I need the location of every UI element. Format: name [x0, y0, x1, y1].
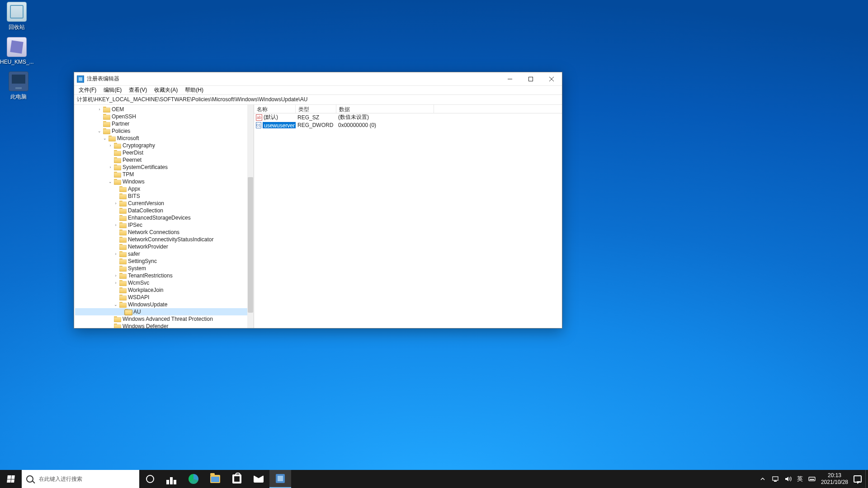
ime-mode-icon[interactable] [808, 475, 816, 483]
tree-node[interactable]: ·NetworkConnectivityStatusIndicator [75, 236, 247, 243]
tree-node[interactable]: ·System [75, 265, 247, 272]
titlebar[interactable]: 注册表编辑器 [74, 72, 562, 86]
folder-icon [119, 215, 127, 221]
chevron-right-icon[interactable]: › [113, 273, 118, 278]
start-button[interactable] [0, 470, 22, 488]
folder-icon [119, 295, 127, 300]
action-center-button[interactable] [854, 475, 862, 483]
chevron-right-icon[interactable]: › [108, 164, 113, 170]
desktop-icon-this-pc[interactable]: 此电脑 [2, 71, 35, 101]
minimize-button[interactable] [500, 72, 520, 85]
maximize-button[interactable] [520, 72, 541, 85]
tree-scrollbar[interactable] [247, 105, 254, 328]
tree-node[interactable]: ·WorkplaceJoin [75, 286, 247, 294]
tree-node[interactable]: ·OpenSSH [75, 113, 247, 120]
value-type: REG_DWORD [296, 122, 336, 128]
expander-spacer: · [108, 157, 113, 163]
value-name-edit[interactable]: usewuserver [263, 122, 296, 128]
tree-node[interactable]: ›safer [75, 250, 247, 258]
list-header[interactable]: 名称类型数据 [254, 105, 562, 113]
tree-node[interactable]: ·NetworkProvider [75, 243, 247, 250]
tree-node-label: EnhancedStorageDevices [128, 215, 191, 221]
taskbar-app-edge[interactable] [183, 470, 204, 488]
tray-clock[interactable]: 20:13 2021/10/28 [821, 472, 848, 486]
chevron-down-icon[interactable]: ⌄ [108, 179, 113, 184]
column-header[interactable]: 类型 [296, 105, 336, 113]
expander-spacer: · [113, 266, 118, 271]
show-desktop-button[interactable] [865, 470, 868, 488]
tree-node[interactable]: ⌄Policies [75, 127, 247, 135]
column-header[interactable]: 数据 [336, 105, 434, 113]
close-button[interactable] [541, 72, 562, 85]
tree-node[interactable]: ›IPSec [75, 221, 247, 229]
tree-node-label: Partner [112, 121, 129, 127]
taskbar-app-store[interactable] [226, 470, 248, 488]
tree-node[interactable]: ·DataCollection [75, 207, 247, 214]
tree-node[interactable]: ·BITS [75, 192, 247, 200]
tree-node[interactable]: ›WcmSvc [75, 279, 247, 286]
registry-tree[interactable]: ›OEM·OpenSSH·Partner⌄Policies⌄Microsoft›… [74, 105, 247, 328]
expander-spacer: · [113, 230, 118, 235]
tree-node[interactable]: ·SettingSync [75, 258, 247, 265]
chevron-right-icon[interactable]: › [113, 222, 118, 228]
value-row[interactable]: ab(默认)REG_SZ(数值未设置) [254, 113, 562, 121]
tray-overflow-button[interactable] [759, 475, 766, 483]
tree-node[interactable]: ⌄Windows [75, 178, 247, 185]
menu-item[interactable]: 编辑(E) [101, 85, 124, 95]
taskbar-search[interactable]: 在此键入进行搜索 [22, 470, 139, 488]
column-header[interactable]: 名称 [254, 105, 296, 113]
tree-node[interactable]: ›CurrentVersion [75, 200, 247, 207]
network-icon[interactable] [772, 475, 779, 483]
tree-node[interactable]: ⌄Microsoft [75, 135, 247, 142]
address-bar[interactable]: 计算机\HKEY_LOCAL_MACHINE\SOFTWARE\Policies… [74, 95, 562, 105]
tree-node[interactable]: ·PeerDist [75, 149, 247, 156]
folder-icon [119, 230, 127, 235]
tree-node[interactable]: ›SystemCertificates [75, 164, 247, 171]
task-view-button[interactable] [161, 470, 183, 488]
desktop-icon-recycle-bin[interactable]: 回收站 [0, 2, 33, 31]
menu-item[interactable]: 文件(F) [76, 85, 99, 95]
tree-scrollbar-thumb[interactable] [248, 177, 253, 313]
tree-node[interactable]: ·Network Connections [75, 229, 247, 236]
mail-icon [254, 475, 264, 483]
chevron-right-icon[interactable]: › [113, 280, 118, 286]
tree-node-label: TPM [123, 171, 134, 178]
chevron-right-icon[interactable]: › [113, 251, 118, 257]
tree-node[interactable]: ⌄WindowsUpdate [75, 301, 247, 308]
value-row[interactable]: 01usewuserverREG_DWORD0x00000000 (0) [254, 121, 562, 129]
chevron-right-icon[interactable]: › [108, 143, 113, 148]
volume-icon[interactable] [784, 475, 792, 483]
taskbar-app-mail[interactable] [248, 470, 269, 488]
chevron-right-icon[interactable]: › [113, 201, 118, 206]
tree-node[interactable]: ·EnhancedStorageDevices [75, 214, 247, 221]
taskbar-app-explorer[interactable] [204, 470, 226, 488]
cortana-button[interactable] [139, 470, 161, 488]
tree-node[interactable]: ·WSDAPI [75, 294, 247, 301]
tree-node[interactable]: ·Windows Advanced Threat Protection [75, 315, 247, 323]
tree-node[interactable]: ·TPM [75, 171, 247, 178]
chevron-down-icon[interactable]: ⌄ [97, 128, 102, 134]
tree-node[interactable]: ·Windows Defender [75, 323, 247, 328]
folder-icon [119, 258, 127, 264]
svg-rect-0 [529, 77, 533, 81]
menu-item[interactable]: 帮助(H) [182, 85, 206, 95]
menu-item[interactable]: 查看(V) [126, 85, 150, 95]
windows-logo-icon [7, 475, 15, 483]
chevron-down-icon[interactable]: ⌄ [113, 302, 118, 307]
chevron-right-icon[interactable]: › [97, 107, 102, 112]
tree-node[interactable]: ·Peernet [75, 156, 247, 164]
tree-node[interactable]: ›Cryptography [75, 142, 247, 149]
tree-node[interactable]: ·AU [75, 308, 247, 315]
ime-indicator[interactable]: 英 [797, 475, 803, 483]
list-body[interactable]: ab(默认)REG_SZ(数值未设置)01usewuserverREG_DWOR… [254, 113, 562, 328]
taskbar-app-regedit[interactable] [269, 470, 291, 488]
tree-node-label: Microsoft [117, 135, 139, 141]
tree-node[interactable]: ›TenantRestrictions [75, 272, 247, 279]
tree-node[interactable]: ›OEM [75, 106, 247, 113]
menu-item[interactable]: 收藏夹(A) [151, 85, 180, 95]
tree-node[interactable]: ·Appx [75, 185, 247, 192]
tree-node-label: SettingSync [128, 258, 157, 264]
desktop-icon-heu-kms[interactable]: HEU_KMS_... [0, 37, 33, 65]
chevron-down-icon[interactable]: ⌄ [102, 136, 108, 141]
tree-node[interactable]: ·Partner [75, 120, 247, 127]
